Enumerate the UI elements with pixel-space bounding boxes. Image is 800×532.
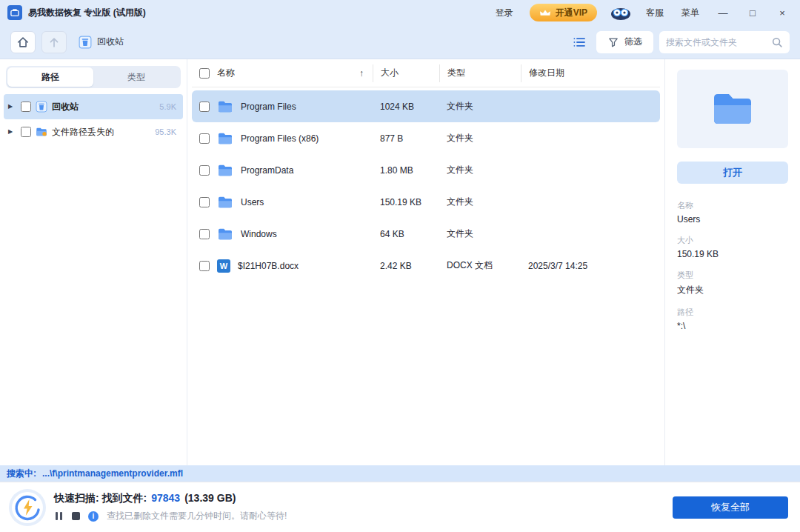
row-checkbox[interactable] [199, 165, 210, 176]
word-document-icon: W [217, 259, 230, 273]
detail-field-type: 类型 文件夹 [677, 270, 788, 296]
folder-icon [217, 227, 233, 241]
table-row[interactable]: ProgramData 1.80 MB 文件夹 [192, 154, 660, 186]
table-row[interactable]: Windows 64 KB 文件夹 [192, 218, 660, 250]
searching-path: ...\f\printmanagementprovider.mfl [42, 468, 183, 479]
row-checkbox[interactable] [199, 133, 210, 144]
name-cell: ProgramData [192, 164, 373, 177]
table-row[interactable]: Program Files 1024 KB 文件夹 [192, 90, 660, 122]
vip-label: 开通VIP [556, 7, 587, 19]
pause-button[interactable] [54, 511, 64, 522]
detail-value: Users [677, 214, 788, 225]
detail-field-path: 路径 *:\ [677, 307, 788, 331]
file-name: Windows [241, 229, 277, 239]
detail-value: *:\ [677, 321, 788, 331]
search-status-bar: 搜索中: ...\f\printmanagementprovider.mfl [0, 465, 800, 482]
date-cell: 2025/3/7 14:25 [521, 261, 660, 271]
list-view-toggle-button[interactable] [568, 31, 590, 53]
tab-path[interactable]: 路径 [7, 67, 93, 87]
detail-label: 类型 [677, 270, 788, 281]
login-button[interactable]: 登录 [490, 7, 519, 19]
detail-value: 150.19 KB [677, 249, 788, 259]
name-cell: Program Files (x86) [192, 132, 373, 145]
open-button[interactable]: 打开 [677, 162, 788, 184]
file-name: Program Files [241, 102, 296, 112]
stop-button[interactable] [72, 512, 80, 520]
row-checkbox[interactable] [199, 261, 210, 271]
filter-label: 筛选 [624, 36, 642, 48]
column-header-type[interactable]: 类型 [439, 64, 521, 82]
detail-field-name: 名称 Users [677, 200, 788, 225]
row-checkbox[interactable] [199, 197, 210, 207]
size-cell: 877 B [373, 133, 439, 144]
table-row[interactable]: W $I21H07B.docx 2.42 KB DOCX 文档 2025/3/7… [192, 250, 660, 282]
column-label-name: 名称 [217, 67, 235, 79]
column-header-name[interactable]: 名称 ↑ [192, 64, 373, 82]
filter-button[interactable]: 筛选 [596, 31, 653, 53]
column-header-date[interactable]: 修改日期 [521, 64, 660, 82]
found-count: 97843 [151, 492, 180, 504]
sidebar-item-lost-path-files[interactable]: ▶ 文件路径丢失的 95.3K [4, 119, 183, 144]
select-all-checkbox[interactable] [199, 68, 210, 79]
bottom-bar: 快速扫描: 找到文件: 97843 (13.39 GB) i 查找已删除文件需要… [0, 482, 800, 532]
support-button[interactable]: 客服 [640, 7, 670, 19]
detail-label: 名称 [677, 200, 788, 211]
row-checkbox[interactable] [199, 229, 210, 239]
app-logo-icon [7, 5, 22, 20]
file-table: 名称 ↑ 大小 类型 修改日期 Program Files 1024 KB 文件… [187, 59, 664, 465]
expander-icon[interactable]: ▶ [8, 129, 16, 135]
info-icon: i [88, 511, 99, 522]
tab-type[interactable]: 类型 [93, 67, 179, 87]
recover-all-button[interactable]: 恢复全部 [673, 496, 788, 519]
detail-field-size: 大小 150.19 KB [677, 235, 788, 259]
menu-button[interactable]: 菜单 [676, 7, 705, 19]
sidebar-item-recycle-bin[interactable]: ▶ 回收站 5.9K [4, 94, 183, 119]
minimize-button[interactable]: — [711, 3, 735, 22]
vip-upgrade-button[interactable]: 开通VIP [530, 4, 597, 21]
home-button[interactable] [10, 31, 36, 53]
type-cell: 文件夹 [439, 164, 521, 176]
detail-label: 路径 [677, 307, 788, 318]
column-header-size[interactable]: 大小 [373, 64, 439, 82]
breadcrumb: 回收站 [79, 36, 124, 49]
item-count-badge: 95.3K [155, 127, 176, 136]
search-icon [771, 36, 783, 48]
toolbar: 回收站 筛选 [0, 25, 800, 59]
detail-label: 大小 [677, 235, 788, 246]
file-name: Program Files (x86) [241, 133, 319, 144]
table-rows: Program Files 1024 KB 文件夹 Program Files … [187, 87, 664, 465]
title-bar: 易我数据恢复 专业版 (试用版) 登录 开通VIP 客服 菜单 — □ × [0, 0, 800, 25]
folder-preview-icon [710, 90, 756, 127]
navigate-up-button[interactable] [41, 31, 67, 53]
folder-icon [217, 132, 233, 145]
maximize-button[interactable]: □ [741, 3, 764, 22]
content-area: 路径 类型 ▶ 回收站 5.9K ▶ [0, 59, 800, 465]
search-input[interactable] [666, 37, 767, 47]
vip-mascot-icon[interactable] [607, 4, 634, 21]
scan-logo-icon [12, 492, 43, 523]
file-name: Users [241, 197, 264, 207]
lost-path-folder-icon [36, 127, 47, 137]
app-window: 易我数据恢复 专业版 (试用版) 登录 开通VIP 客服 菜单 — □ × [0, 0, 800, 532]
type-cell: 文件夹 [439, 100, 521, 113]
close-button[interactable]: × [770, 3, 794, 22]
scan-summary: 快速扫描: 找到文件: 97843 (13.39 GB) [54, 492, 287, 505]
expander-icon[interactable]: ▶ [8, 104, 16, 110]
sort-ascending-icon[interactable]: ↑ [359, 68, 364, 79]
name-cell: Users [192, 196, 373, 209]
breadcrumb-label: 回收站 [97, 36, 124, 48]
folder-icon [217, 196, 233, 209]
recycle-bin-checkbox[interactable] [21, 102, 31, 112]
name-cell: Windows [192, 227, 373, 241]
file-name: ProgramData [241, 165, 293, 176]
row-checkbox[interactable] [199, 102, 210, 112]
table-row[interactable]: Program Files (x86) 877 B 文件夹 [192, 122, 660, 154]
size-cell: 64 KB [373, 229, 439, 239]
type-cell: 文件夹 [439, 196, 521, 208]
lost-path-checkbox[interactable] [21, 127, 31, 137]
size-cell: 150.19 KB [373, 197, 439, 207]
table-row[interactable]: Users 150.19 KB 文件夹 [192, 186, 660, 218]
scan-hint-text: 查找已删除文件需要几分钟时间。请耐心等待! [107, 510, 287, 522]
table-header: 名称 ↑ 大小 类型 修改日期 [192, 59, 660, 87]
item-count-badge: 5.9K [159, 102, 176, 111]
